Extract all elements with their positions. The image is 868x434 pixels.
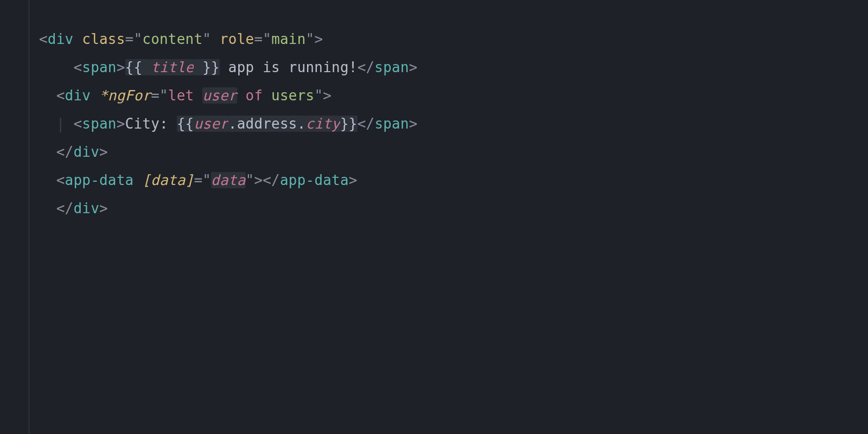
token-punct: = [151, 87, 159, 104]
token-str [194, 87, 202, 104]
token-punct: > [314, 31, 323, 47]
token-punct: " [314, 87, 323, 104]
token-punct: > [254, 172, 263, 188]
token-attr: role [220, 31, 254, 47]
token-punct: " [263, 31, 271, 47]
token-txt: app is running! [220, 59, 358, 75]
token-punct: </ [263, 172, 280, 188]
token-punct: < [56, 87, 65, 104]
token-attr-it: *ngFor [99, 87, 151, 104]
token-kw: let [168, 87, 194, 104]
token-txt [73, 31, 82, 47]
token-txt [91, 87, 99, 104]
token-punct: < [56, 172, 65, 188]
token-punct: " [202, 172, 211, 188]
token-txt: City: [125, 116, 177, 132]
token-var: title [151, 59, 194, 75]
token-punct: = [254, 31, 263, 47]
token-tag: div [48, 31, 74, 47]
token-punct: > [117, 116, 125, 132]
token-tag: span [374, 116, 409, 132]
token-prop: .address. [228, 116, 306, 132]
token-punct: " [159, 87, 168, 104]
editor-gutter [0, 0, 29, 434]
token-punct: > [349, 172, 358, 188]
token-punct: > [323, 87, 331, 104]
token-punct: > [409, 59, 418, 75]
token-tag: div [73, 144, 99, 160]
token-txt: {{ [125, 59, 151, 75]
token-punct: > [99, 144, 108, 160]
token-punct: </ [358, 116, 375, 132]
token-punct: " [202, 31, 211, 47]
token-punct: = [125, 31, 134, 47]
token-punct: = [194, 172, 202, 188]
token-punct: < [73, 59, 82, 75]
token-var: data [211, 172, 245, 188]
code-line[interactable]: </div> [39, 138, 418, 166]
token-punct: > [117, 59, 125, 75]
token-txt: {{ [177, 116, 194, 132]
token-punct: </ [358, 59, 375, 75]
token-tag: app-data [65, 172, 134, 188]
token-tag: span [82, 59, 116, 75]
token-attr-it: [data] [142, 172, 194, 188]
token-punct: > [99, 200, 108, 216]
token-tag: div [73, 200, 99, 216]
token-attr: class [82, 31, 125, 47]
token-var: user [202, 87, 237, 104]
token-kw: of [246, 87, 263, 104]
code-line[interactable]: <span>{{ title }} app is running!</span> [39, 53, 418, 81]
token-txt: }} [340, 116, 358, 132]
token-var: city [306, 116, 340, 132]
token-txt: }} [194, 59, 220, 75]
token-tag: div [65, 87, 91, 104]
code-line[interactable]: <div *ngFor="let user of users"> [39, 81, 418, 110]
code-editor[interactable]: <div class="content" role="main"> <span>… [0, 0, 868, 434]
code-line[interactable]: </div> [39, 194, 418, 222]
token-punct: </ [56, 200, 74, 216]
token-punct: < [73, 116, 82, 132]
indent-guide: | [56, 116, 65, 132]
token-tag: span [82, 116, 116, 132]
token-var: user [194, 116, 228, 132]
token-punct: " [133, 31, 142, 47]
token-tag: app-data [280, 172, 349, 188]
token-punct: </ [56, 144, 74, 160]
token-punct: " [246, 172, 254, 188]
token-str: main [271, 31, 305, 47]
token-punct: < [39, 31, 48, 47]
token-str: users [263, 87, 314, 104]
token-punct: " [306, 31, 315, 47]
code-line[interactable]: <app-data [data]="data"></app-data> [39, 166, 418, 194]
token-txt [211, 31, 220, 47]
token-tag: span [374, 59, 409, 75]
token-punct: > [409, 116, 418, 132]
token-str: content [142, 31, 202, 47]
token-str [237, 87, 246, 104]
code-line[interactable]: | <span>City: {{user.address.city}}</spa… [39, 110, 418, 138]
code-area[interactable]: <div class="content" role="main"> <span>… [29, 0, 418, 434]
token-txt [133, 172, 142, 188]
code-line[interactable]: <div class="content" role="main"> [39, 25, 418, 53]
